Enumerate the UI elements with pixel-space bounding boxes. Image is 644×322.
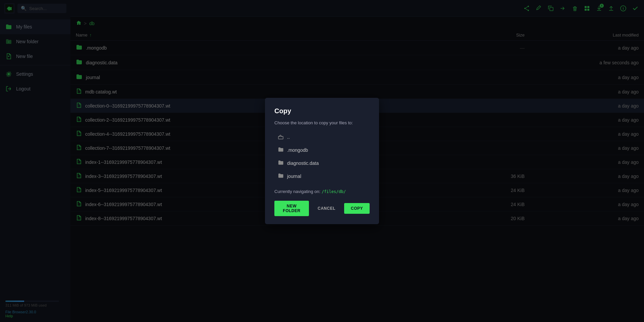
dialog-folder-item[interactable]: .mongodb — [274, 144, 370, 156]
copy-dialog-overlay: Copy Choose the location to copy your fi… — [0, 0, 644, 322]
folder-name: journal — [287, 174, 301, 179]
dialog-folder-item[interactable]: diagnostic.data — [274, 157, 370, 169]
dialog-folder-list: .. .mongodb diagnostic.data journal — [274, 131, 370, 182]
folder-icon — [278, 159, 284, 167]
dialog-nav-path: /files/db/ — [322, 189, 346, 194]
dialog-subtitle: Choose the location to copy your files t… — [274, 120, 370, 125]
new-folder-button[interactable]: NEW FOLDER — [274, 201, 309, 216]
dialog-nav-prefix: Currently navigating on: — [274, 189, 322, 194]
cancel-button[interactable]: CANCEL — [312, 203, 341, 214]
folder-name: .mongodb — [287, 147, 308, 153]
dialog-folder-item[interactable]: .. — [274, 131, 370, 143]
folder-name: .. — [287, 134, 290, 140]
dialog-actions: NEW FOLDER CANCEL COPY — [274, 201, 370, 216]
folder-icon — [278, 173, 284, 180]
folder-up-icon — [278, 133, 284, 140]
copy-button[interactable]: COPY — [344, 203, 370, 214]
folder-icon — [278, 146, 284, 153]
svg-rect-12 — [278, 136, 283, 139]
copy-dialog: Copy Choose the location to copy your fi… — [265, 98, 379, 224]
dialog-title: Copy — [274, 107, 370, 115]
dialog-nav-info: Currently navigating on: /files/db/ — [274, 189, 370, 194]
dialog-folder-item[interactable]: journal — [274, 170, 370, 182]
folder-name: diagnostic.data — [287, 160, 319, 166]
